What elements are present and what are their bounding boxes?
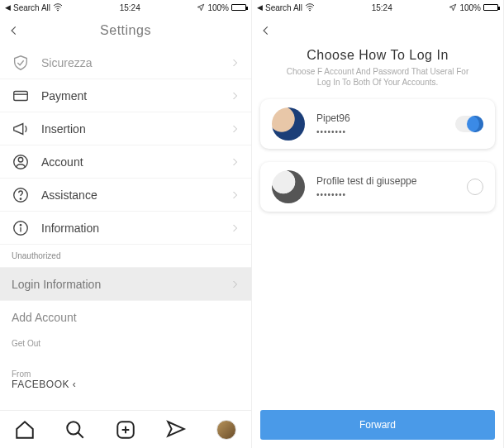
- account-info: Profile test di giuseppe ••••••••: [316, 175, 467, 199]
- chevron-right-icon: [230, 157, 240, 167]
- row-label: Insertion: [41, 122, 230, 136]
- spacer: [252, 233, 503, 402]
- wifi-icon: [305, 2, 315, 12]
- settings-screen: ◀ Search All 15:24 100% Settings Sicurez…: [0, 0, 252, 448]
- location-icon: [197, 3, 205, 12]
- row-label: Add Account: [12, 311, 240, 324]
- row-label: Login Information: [12, 278, 230, 291]
- svg-point-4: [18, 157, 23, 162]
- battery-icon: [231, 4, 246, 11]
- forward-label: Forward: [359, 419, 396, 431]
- settings-row-payment[interactable]: Payment: [0, 79, 251, 112]
- status-bar: ◀ Search All 15:24 100%: [252, 0, 503, 15]
- from-label: From: [12, 369, 240, 379]
- carrier-label: Search All: [13, 3, 50, 12]
- svg-point-0: [58, 10, 59, 11]
- chevron-right-icon: [230, 223, 240, 233]
- chevron-right-icon: [230, 279, 240, 289]
- tab-bar: [0, 410, 251, 448]
- settings-row-information[interactable]: Information: [0, 212, 251, 245]
- account-avatar: [272, 107, 305, 141]
- account-list: Pipet96 •••••••• Profile test di giusepp…: [252, 91, 503, 233]
- choose-subtitle: Choose F Account And Password That Usera…: [260, 66, 495, 88]
- row-label: Assistance: [41, 188, 230, 202]
- choose-title: Choose How To Log In: [260, 48, 495, 63]
- wifi-icon: [53, 2, 63, 12]
- chevron-right-icon: [230, 124, 240, 134]
- facebook-label: FACEBOOK ‹: [12, 379, 240, 390]
- account-name: Pipet96: [316, 112, 455, 124]
- account-toggle[interactable]: [455, 116, 483, 132]
- account-radio[interactable]: [467, 179, 483, 195]
- clock-label: 15:24: [372, 3, 392, 12]
- add-account-row[interactable]: Add Account: [0, 301, 251, 334]
- tab-search[interactable]: [64, 419, 86, 441]
- shield-icon: [12, 54, 30, 72]
- battery-label: 100%: [459, 3, 481, 12]
- back-button[interactable]: [8, 25, 20, 36]
- settings-list: Sicurezza Payment Insertion Account: [0, 46, 251, 410]
- nav-bar: [252, 15, 503, 46]
- svg-point-10: [67, 422, 79, 434]
- info-icon: [12, 219, 30, 237]
- choose-header: Choose How To Log In Choose F Account An…: [252, 46, 503, 91]
- svg-point-6: [20, 198, 21, 198]
- tab-profile[interactable]: [216, 419, 237, 441]
- person-icon: [12, 153, 30, 171]
- page-title: Settings: [100, 23, 151, 38]
- settings-row-insertion[interactable]: Insertion: [0, 112, 251, 145]
- account-card[interactable]: Pipet96 ••••••••: [260, 99, 495, 149]
- unauthorized-label: Unauthorized: [0, 245, 251, 268]
- login-choose-screen: ◀ Search All 15:24 100% Choose How To Lo…: [252, 0, 504, 448]
- chevron-right-icon: [230, 58, 240, 68]
- back-triangle-icon: ◀: [5, 3, 11, 12]
- card-icon: [12, 87, 30, 105]
- account-name: Profile test di giuseppe: [316, 175, 467, 187]
- login-information-row[interactable]: Login Information: [0, 268, 251, 301]
- tab-add[interactable]: [115, 419, 136, 441]
- settings-row-account[interactable]: Account: [0, 145, 251, 179]
- nav-bar: Settings: [0, 15, 251, 46]
- account-password-mask: ••••••••: [316, 190, 467, 199]
- settings-row-sicurezza[interactable]: Sicurezza: [0, 46, 251, 79]
- tab-home[interactable]: [14, 419, 36, 441]
- row-label: Information: [41, 222, 230, 235]
- chevron-right-icon: [230, 91, 240, 101]
- forward-button[interactable]: Forward: [260, 410, 495, 440]
- status-bar: ◀ Search All 15:24 100%: [0, 0, 251, 15]
- battery-label: 100%: [207, 3, 229, 12]
- chevron-right-icon: [230, 190, 240, 200]
- megaphone-icon: [12, 120, 30, 138]
- back-triangle-icon: ◀: [257, 3, 263, 12]
- account-card[interactable]: Profile test di giuseppe ••••••••: [260, 162, 495, 212]
- account-password-mask: ••••••••: [316, 127, 455, 136]
- carrier-label: Search All: [265, 3, 302, 12]
- battery-icon: [483, 4, 498, 11]
- row-label: Account: [41, 155, 230, 169]
- svg-rect-1: [14, 91, 28, 100]
- toggle-knob: [467, 116, 483, 132]
- location-icon: [449, 3, 457, 12]
- tab-direct[interactable]: [165, 419, 187, 441]
- row-label: Sicurezza: [41, 56, 230, 69]
- svg-point-9: [20, 224, 21, 225]
- svg-line-11: [78, 432, 83, 438]
- account-avatar: [272, 170, 305, 203]
- profile-avatar: [216, 420, 236, 440]
- from-block: From FACEBOOK ‹: [0, 365, 251, 403]
- clock-label: 15:24: [120, 3, 140, 12]
- svg-point-15: [310, 10, 311, 11]
- row-label: Payment: [41, 89, 230, 102]
- account-info: Pipet96 ••••••••: [316, 112, 455, 136]
- get-out-link[interactable]: Get Out: [0, 334, 251, 353]
- settings-row-assistance[interactable]: Assistance: [0, 179, 251, 212]
- help-icon: [12, 186, 30, 204]
- back-button[interactable]: [260, 25, 272, 36]
